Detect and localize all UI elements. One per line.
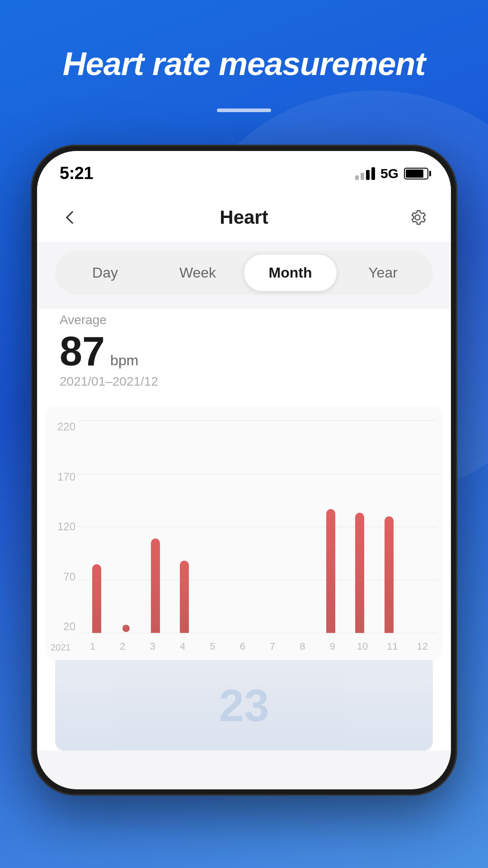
x-label-2: 2 — [108, 641, 137, 652]
tab-week[interactable]: Week — [151, 255, 244, 291]
x-axis-labels: 2021 1 2 3 4 5 6 7 8 9 10 11 12 — [78, 633, 437, 660]
x-label-3: 3 — [138, 641, 168, 652]
chart-inner — [78, 420, 437, 633]
x-label-12: 12 — [408, 641, 437, 652]
bar-column-10 — [345, 420, 375, 633]
battery-icon — [404, 168, 428, 179]
tab-year[interactable]: Year — [337, 255, 429, 291]
tab-month[interactable]: Month — [244, 255, 337, 291]
x-label-6: 6 — [228, 641, 258, 652]
x-label-5: 5 — [197, 641, 227, 652]
back-button[interactable] — [57, 204, 84, 231]
settings-button[interactable] — [404, 204, 431, 231]
bars-container — [78, 420, 437, 633]
bar-column-12 — [404, 420, 433, 633]
status-bar: 5:21 5G — [37, 151, 451, 190]
x-label-year: 2021 — [51, 642, 71, 653]
bar-11 — [385, 516, 394, 633]
bar-4 — [180, 561, 189, 633]
stats-bpm-unit: bpm — [110, 352, 138, 369]
network-type: 5G — [380, 166, 399, 181]
stats-label: Average — [60, 313, 428, 327]
bar-1 — [92, 564, 101, 633]
bar-column-8 — [287, 420, 316, 633]
y-label-70: 70 — [51, 571, 75, 583]
x-label-1: 1 — [78, 641, 108, 652]
nav-title: Heart — [220, 207, 268, 228]
bar-10 — [355, 513, 364, 633]
chart-area: 220 170 120 70 20 — [46, 407, 442, 660]
bar-column-6 — [228, 420, 258, 633]
stats-section: Average 87 bpm 2021/01–2021/12 — [37, 308, 451, 398]
chart-wrapper: 220 170 120 70 20 — [37, 398, 451, 750]
bar-column-7 — [258, 420, 287, 633]
tab-selector: Day Week Month Year — [55, 251, 433, 295]
status-time: 5:21 — [60, 164, 93, 183]
y-label-120: 120 — [51, 520, 75, 533]
y-label-170: 170 — [51, 471, 75, 483]
gear-icon — [408, 208, 427, 227]
divider-bar — [217, 108, 271, 112]
phone-screen: 5:21 5G Heart — [37, 151, 451, 789]
x-label-9: 9 — [318, 641, 347, 652]
bar-column-1 — [82, 420, 112, 633]
y-label-220: 220 — [51, 420, 75, 433]
nav-bar: Heart — [37, 190, 451, 242]
phone-frame: 5:21 5G Heart — [31, 145, 457, 796]
y-axis-labels: 220 170 120 70 20 — [51, 420, 75, 633]
y-label-20: 20 — [51, 620, 75, 633]
x-label-11: 11 — [377, 641, 407, 652]
bar-dot-2 — [122, 625, 130, 632]
signal-bars-icon — [355, 167, 375, 180]
back-chevron-icon — [66, 211, 79, 224]
x-label-7: 7 — [258, 641, 287, 652]
bar-column-2 — [112, 420, 141, 633]
status-icons: 5G — [355, 166, 428, 181]
bar-column-3 — [141, 420, 170, 633]
reflection-number: 23 — [219, 679, 269, 731]
bar-column-5 — [199, 420, 229, 633]
reflection-area: 23 — [55, 660, 433, 750]
bar-column-9 — [316, 420, 345, 633]
x-label-4: 4 — [168, 641, 197, 652]
bar-9 — [326, 509, 335, 633]
page-title: Heart rate measurement — [0, 45, 488, 82]
bar-3 — [151, 538, 160, 633]
x-label-10: 10 — [347, 641, 377, 652]
tab-day[interactable]: Day — [59, 255, 151, 291]
battery-fill — [406, 170, 423, 178]
bar-column-11 — [375, 420, 404, 633]
stats-value-row: 87 bpm — [60, 331, 428, 372]
bar-column-4 — [170, 420, 199, 633]
stats-date-range: 2021/01–2021/12 — [60, 374, 428, 389]
stats-bpm-value: 87 — [60, 331, 105, 372]
x-label-8: 8 — [287, 641, 317, 652]
